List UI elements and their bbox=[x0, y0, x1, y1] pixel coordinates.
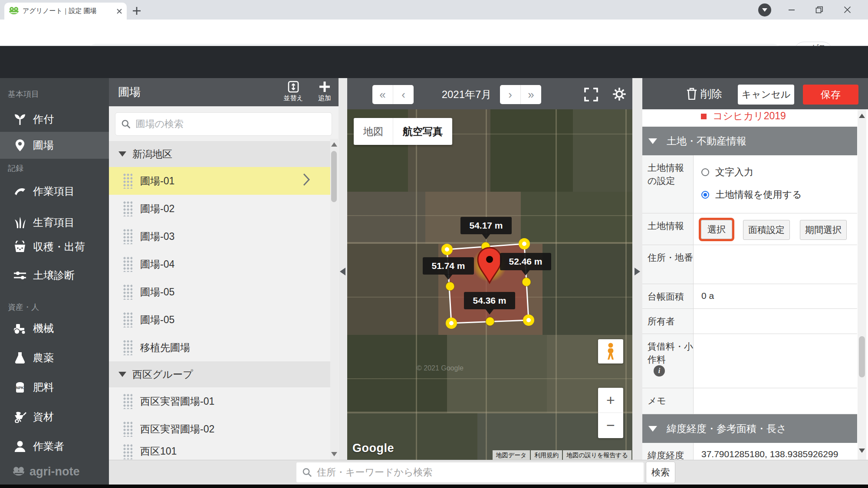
field-row[interactable]: 西区実習圃場-01 bbox=[109, 387, 331, 415]
info-icon[interactable]: i bbox=[654, 365, 665, 377]
search-tabs-icon[interactable] bbox=[756, 0, 773, 20]
list-scrollbar[interactable] bbox=[330, 139, 338, 460]
report-error-link[interactable]: 地図の誤りを報告する bbox=[563, 450, 631, 460]
drag-handle-icon[interactable] bbox=[123, 284, 132, 300]
field-row[interactable]: 圃場-03 bbox=[109, 223, 331, 250]
radio-icon[interactable] bbox=[701, 168, 709, 176]
sort-button[interactable]: 並替え bbox=[279, 81, 307, 105]
drag-handle-icon[interactable] bbox=[123, 340, 132, 355]
field-search-input[interactable] bbox=[135, 118, 326, 130]
zoom-out-button[interactable]: − bbox=[598, 413, 623, 438]
drag-handle-icon[interactable] bbox=[123, 393, 132, 409]
map-type-map-button[interactable]: 地図 bbox=[354, 118, 393, 145]
area-setting-button[interactable]: 面積設定 bbox=[743, 220, 790, 240]
drag-handle-icon[interactable] bbox=[123, 201, 132, 216]
sidebar-item-work[interactable]: 作業項目 bbox=[0, 180, 109, 203]
zoom-in-button[interactable]: + bbox=[598, 388, 623, 413]
window-close-icon[interactable] bbox=[838, 0, 856, 20]
scroll-down-icon[interactable] bbox=[331, 452, 337, 456]
owner-value[interactable] bbox=[694, 309, 857, 334]
vertex-handle[interactable] bbox=[520, 240, 528, 248]
field-row[interactable]: 圃場-02 bbox=[109, 195, 331, 223]
collapse-left-icon[interactable] bbox=[340, 268, 345, 275]
land-section-header[interactable]: 土地・不動産情報 bbox=[642, 127, 857, 155]
window-restore-icon[interactable] bbox=[811, 0, 828, 20]
tab-close-icon[interactable] bbox=[116, 8, 122, 14]
window-minimize-icon[interactable] bbox=[783, 0, 800, 20]
scroll-up-icon[interactable] bbox=[331, 142, 337, 147]
radio-option-text-input[interactable]: 文字入力 bbox=[701, 166, 753, 179]
sidebar-item-pesticide[interactable]: 農薬 bbox=[0, 346, 109, 370]
field-row[interactable]: 移植先圃場 bbox=[109, 334, 331, 361]
midpoint-handle[interactable] bbox=[446, 282, 454, 291]
memo-value[interactable] bbox=[694, 388, 857, 414]
scrollbar-thumb[interactable] bbox=[331, 151, 337, 202]
period-select-button[interactable]: 期間選択 bbox=[800, 220, 847, 240]
sidebar-item-field[interactable]: 圃場 bbox=[0, 132, 109, 159]
map-settings-gear-icon[interactable] bbox=[612, 87, 627, 102]
ledger-area-value[interactable]: 0 a bbox=[694, 284, 857, 309]
delete-button[interactable]: 削除 bbox=[687, 84, 722, 103]
save-button[interactable]: 保存 bbox=[803, 85, 858, 105]
map-type-satellite-button[interactable]: 航空写真 bbox=[393, 118, 452, 145]
field-row[interactable]: 圃場-05 bbox=[109, 306, 331, 334]
drag-handle-icon[interactable] bbox=[123, 421, 132, 437]
radio-checked-icon[interactable] bbox=[701, 191, 709, 199]
sidebar-item-soil[interactable]: 土壌診断 bbox=[0, 264, 109, 287]
scroll-up-icon[interactable] bbox=[859, 114, 865, 118]
sidebar-item-harvest[interactable]: 収穫・出荷 bbox=[0, 235, 109, 259]
last-month-button[interactable]: » bbox=[521, 85, 541, 104]
drag-handle-icon[interactable] bbox=[123, 444, 132, 459]
vertex-handle[interactable] bbox=[443, 246, 451, 253]
street-view-button[interactable] bbox=[598, 339, 623, 364]
field-row[interactable]: 西区101 bbox=[109, 443, 331, 460]
field-row-selected[interactable]: 圃場-01 bbox=[109, 167, 331, 195]
collapse-right-icon[interactable] bbox=[635, 268, 640, 275]
address-search-button[interactable]: 検索 bbox=[646, 462, 675, 483]
select-land-button[interactable]: 選択 bbox=[701, 220, 732, 239]
drag-handle-icon[interactable] bbox=[123, 256, 132, 272]
drag-handle-icon[interactable] bbox=[123, 173, 132, 189]
coords-section-header[interactable]: 緯度経度・参考面積・長さ bbox=[642, 414, 857, 443]
radio-option-use-land-info[interactable]: 土地情報を使用する bbox=[701, 188, 802, 201]
address-search-input[interactable] bbox=[316, 466, 638, 478]
field-row[interactable]: 圃場-04 bbox=[109, 250, 331, 278]
scrollbar-thumb[interactable] bbox=[859, 336, 865, 377]
next-month-button[interactable]: › bbox=[500, 85, 521, 104]
field-row[interactable]: 圃場-05 bbox=[109, 278, 331, 306]
detail-scrollbar[interactable] bbox=[858, 109, 866, 460]
sidebar-item-growth[interactable]: 生育項目 bbox=[0, 211, 109, 234]
map-canvas[interactable]: 54.17 m 52.46 m 51.74 m 54.36 m 地図 航空写真 … bbox=[347, 109, 632, 460]
app-window: アグリノート｜設定 圃場 bbox=[0, 0, 868, 488]
field-group-row[interactable]: 新潟地区 bbox=[109, 141, 331, 167]
map-data-link[interactable]: 地図データ bbox=[493, 450, 530, 460]
address-search[interactable] bbox=[296, 462, 644, 482]
midpoint-handle[interactable] bbox=[522, 278, 531, 286]
midpoint-handle[interactable] bbox=[486, 317, 494, 326]
sidebar-item-fertilizer[interactable]: NPK 肥料 bbox=[0, 376, 109, 399]
rent-value[interactable] bbox=[694, 334, 857, 388]
drag-handle-icon[interactable] bbox=[123, 312, 132, 328]
field-search[interactable] bbox=[115, 112, 332, 136]
new-tab-icon[interactable] bbox=[132, 6, 142, 16]
field-group-row[interactable]: 西区グループ bbox=[109, 361, 331, 387]
drag-handle-icon[interactable] bbox=[123, 229, 132, 244]
field-row[interactable]: 西区実習圃場-02 bbox=[109, 415, 331, 443]
vertex-handle[interactable] bbox=[447, 319, 455, 327]
fullscreen-icon[interactable] bbox=[584, 88, 598, 102]
add-button[interactable]: 追加 bbox=[311, 81, 339, 105]
sidebar-item-machinery[interactable]: 機械 bbox=[0, 317, 109, 340]
sidebar-item-label: 作業項目 bbox=[33, 184, 75, 198]
scroll-down-icon[interactable] bbox=[859, 449, 865, 453]
sidebar-item-materials[interactable]: 資材 bbox=[0, 405, 109, 429]
address-value[interactable] bbox=[694, 245, 857, 284]
terms-link[interactable]: 利用規約 bbox=[531, 450, 562, 460]
crop-tag-row[interactable]: コシヒカリ2019 bbox=[642, 109, 857, 127]
prev-month-button[interactable]: ‹ bbox=[393, 85, 414, 104]
vertex-handle[interactable] bbox=[525, 316, 533, 324]
browser-tab[interactable]: アグリノート｜設定 圃場 bbox=[4, 3, 127, 20]
cancel-button[interactable]: キャンセル bbox=[738, 85, 794, 105]
sidebar-item-workers[interactable]: 作業者 bbox=[0, 435, 109, 458]
sidebar-item-planting[interactable]: 作付 bbox=[0, 108, 109, 131]
first-month-button[interactable]: « bbox=[372, 85, 393, 104]
